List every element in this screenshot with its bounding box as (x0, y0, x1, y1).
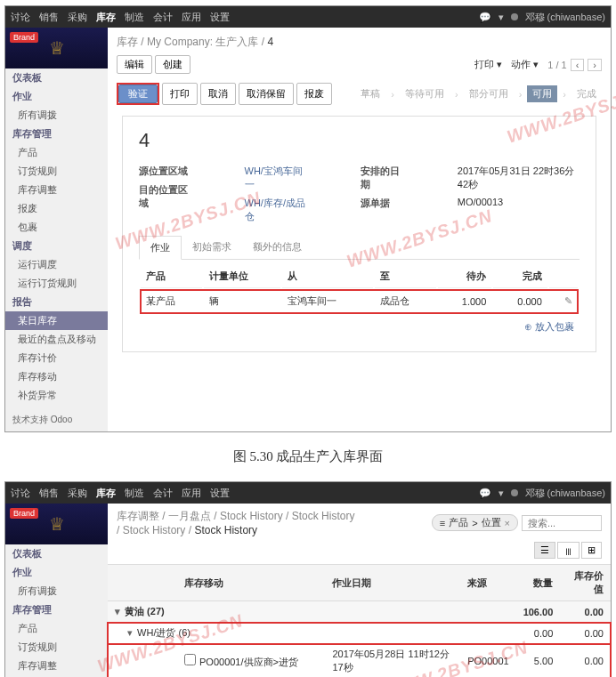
create-button[interactable]: 创建 (155, 55, 190, 74)
table-row[interactable]: 某产品 辆 宝鸿车间一 成品仓 1.000 0.000 ✎ (141, 290, 578, 313)
figure-caption-1: 图 5.30 成品生产入库界面 (0, 438, 616, 476)
sidebar-group: 仪表板 (5, 69, 108, 87)
edit-row-icon[interactable]: ✎ (564, 295, 572, 306)
status-step: 草稿 (355, 85, 385, 102)
sidebar-footer[interactable]: 技术支持 Odoo (5, 408, 108, 431)
sidebar-item[interactable]: 报废 (5, 199, 108, 218)
add-package-link[interactable]: ⊕ 放入包裹 (524, 321, 574, 332)
nav-item[interactable]: 销售 (39, 11, 59, 24)
sidebar-wrap: Brand♕ 仪表板作业所有调拨库存管理产品订货规则库存调整报废包裹调度运行调度… (5, 504, 108, 677)
nav-item[interactable]: 应用 (182, 11, 201, 24)
sidebar-group: 库存管理 (5, 125, 108, 143)
tab-ops[interactable]: 作业 (139, 236, 182, 260)
nav-item[interactable]: 会计 (153, 487, 173, 500)
pivot-view-button[interactable]: ⊞ (581, 542, 602, 559)
topbar: 讨论销售采购库存制造会计应用设置 💬 ▾ 邓穆 (chiwanbase) (5, 482, 611, 504)
nav-item[interactable]: 应用 (182, 487, 201, 500)
row-checkbox[interactable] (184, 654, 196, 665)
sidebar-item[interactable]: 产品 (5, 143, 108, 162)
caret-icon[interactable]: ▾ (498, 488, 504, 499)
sidebar-item[interactable]: 订货规则 (5, 638, 108, 657)
avatar[interactable] (511, 489, 518, 496)
cancel-button[interactable]: 取消 (200, 83, 236, 105)
screenshot-2: 讨论销售采购库存制造会计应用设置 💬 ▾ 邓穆 (chiwanbase) Bra… (4, 481, 612, 677)
search-input[interactable] (522, 515, 602, 531)
caret-icon[interactable]: ▾ (498, 12, 504, 23)
nav-item[interactable]: 讨论 (11, 11, 30, 24)
sidebar-item[interactable]: 库存调整 (5, 657, 108, 675)
sidebar-item[interactable]: 包裹 (5, 218, 108, 237)
screenshot-1: 讨论销售采购库存制造会计应用设置 💬 ▾ 邓穆 (chiwanbase) Bra… (4, 5, 612, 432)
status-bar: 草稿›等待可用›部分可用›可用›完成 (355, 85, 602, 102)
ops-table: 产品 计量单位 从 至 待办 完成 某产品 辆 宝鸿车间一 成品仓 1.000 (139, 263, 580, 315)
nav-item[interactable]: 销售 (39, 487, 59, 500)
topbar: 讨论销售采购库存制造会计应用设置 💬 ▾ 邓穆 (chiwanbase) (5, 6, 611, 28)
remove-filter-icon[interactable]: × (505, 518, 510, 528)
nav-item[interactable]: 制造 (125, 487, 144, 500)
nav-item[interactable]: 讨论 (11, 487, 30, 500)
scrap-button[interactable]: 报废 (296, 83, 332, 105)
table-row[interactable]: ▾ WH/进货 (6)0.000.00 (108, 623, 611, 644)
avatar[interactable] (511, 13, 518, 20)
print2-button[interactable]: 打印 (162, 83, 198, 105)
brand-logo: Brand♕ (5, 28, 108, 69)
brand-logo: Brand♕ (5, 504, 108, 544)
stock-history-table: 库存移动 作业日期 来源 数量 库存价值 ▾ 黄油 (27)106.000.00… (108, 564, 611, 677)
crown-icon: ♕ (49, 37, 65, 59)
sidebar-group: 作业 (5, 87, 108, 106)
chat-icon[interactable]: 💬 (479, 488, 491, 499)
content: 库存 / My Company: 生产入库 / 4 编辑 创建 打印 ▾ 动作 … (108, 28, 611, 431)
form-card: 4 源位置区域 目的位置区域 WH/宝鸿车间一 WH/库存/成品仓 安排的日期 … (122, 116, 596, 352)
nav-item[interactable]: 库存 (96, 487, 116, 500)
nav-item[interactable]: 制造 (125, 11, 144, 24)
edit-button[interactable]: 编辑 (117, 55, 152, 74)
status-step: 部分可用 (464, 85, 514, 102)
chart-view-button[interactable]: ⫼ (557, 542, 580, 559)
nav-item[interactable]: 设置 (210, 487, 230, 500)
sidebar-item[interactable]: 库存移动 (5, 367, 108, 386)
nav-item[interactable]: 采购 (68, 487, 87, 500)
sidebar-wrap: Brand♕ 仪表板作业所有调拨库存管理产品订货规则库存调整报废包裹调度运行调度… (5, 28, 108, 431)
sidebar-group: 仪表板 (5, 544, 108, 563)
sidebar-item[interactable]: 最近的盘点及移动 (5, 330, 108, 349)
sidebar-item[interactable]: 所有调拨 (5, 106, 108, 125)
sidebar-item[interactable]: 库存计价 (5, 349, 108, 367)
table-row[interactable]: PO00001/供应商>进货2017年05月28日 11时12分17秒PO000… (108, 644, 611, 678)
content: 库存调整 / 一月盘点 / Stock History / Stock Hist… (108, 504, 611, 677)
topbar-right: 💬 ▾ 邓穆 (chiwanbase) (479, 11, 605, 24)
sidebar-item[interactable]: 补货异常 (5, 386, 108, 405)
tabs: 作业 初始需求 额外的信息 (139, 236, 580, 260)
sidebar-item[interactable]: 所有调拨 (5, 582, 108, 600)
sidebar-item[interactable]: 运行调度 (5, 255, 108, 274)
sidebar-item[interactable]: 库存调整 (5, 181, 108, 199)
status-step: 等待可用 (400, 85, 450, 102)
chat-icon[interactable]: 💬 (479, 12, 491, 23)
record-title: 4 (139, 129, 580, 152)
status-step: 可用 (527, 85, 557, 102)
prev-button[interactable]: ‹ (571, 59, 585, 71)
groupby-pill[interactable]: ≡ 产品 > 位置 × (432, 514, 518, 531)
sidebar-item[interactable]: 订货规则 (5, 162, 108, 181)
nav-item[interactable]: 采购 (68, 11, 87, 24)
sidebar-group: 作业 (5, 563, 108, 582)
pager: 1 / 1 ‹ › (547, 59, 602, 71)
table-row[interactable]: ▾ 黄油 (27)106.000.00 (108, 601, 611, 623)
list-view-button[interactable]: ☰ (534, 542, 555, 559)
next-button[interactable]: › (588, 59, 602, 71)
tab-extra[interactable]: 额外的信息 (242, 236, 312, 259)
nav-item[interactable]: 会计 (153, 11, 173, 24)
abandon-button[interactable]: 取消保留 (239, 83, 294, 105)
sidebar-group: 调度 (5, 237, 108, 255)
tab-initial[interactable]: 初始需求 (182, 236, 242, 259)
user-label[interactable]: 邓穆 (chiwanbase) (525, 487, 605, 500)
breadcrumb: 库存调整 / 一月盘点 / Stock History / Stock Hist… (117, 509, 354, 536)
validate-button[interactable]: 验证 (118, 85, 158, 103)
sidebar-group: 库存管理 (5, 600, 108, 619)
sidebar-item[interactable]: 某日库存 (5, 311, 108, 330)
user-label[interactable]: 邓穆 (chiwanbase) (525, 11, 605, 24)
status-step: 完成 (571, 85, 602, 102)
nav-item[interactable]: 设置 (210, 11, 230, 24)
sidebar-item[interactable]: 产品 (5, 619, 108, 638)
nav-item[interactable]: 库存 (96, 11, 116, 24)
sidebar-item[interactable]: 运行订货规则 (5, 274, 108, 293)
